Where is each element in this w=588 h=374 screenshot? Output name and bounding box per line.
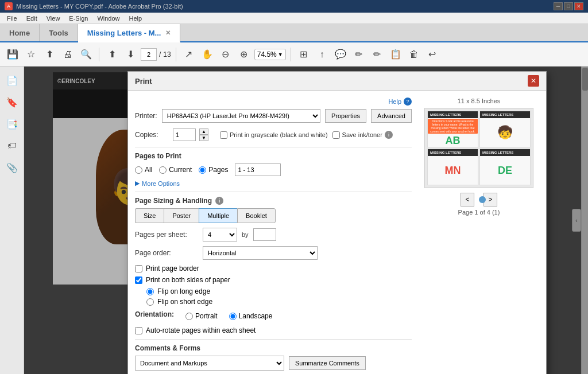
search-btn[interactable]: 🔍 [78,46,94,63]
landscape-radio[interactable] [229,313,237,320]
flip-options: Flip on long edge Flip on short edge [135,287,412,306]
comments-section: Comments & Forms Document and MarkupsDoc… [135,344,412,371]
order-select[interactable]: HorizontalHorizontal ReversedVerticalVer… [203,246,318,260]
main-area: 📄 🔖 📑 🏷 📎 ©ERINCOLEY 👦 ‹ [0,67,588,374]
pages-per-sheet-row: Pages per sheet: 4 by [135,228,412,241]
sizing-info-icon: i [215,197,223,205]
sidebar-tags-btn[interactable]: 🏷 [3,137,21,155]
help-link[interactable]: Help ? [388,98,412,106]
sizing-title: Page Sizing & Handling i [135,197,412,205]
share-btn[interactable]: ↑ [314,46,330,63]
save-ink-info-icon: i [385,131,393,139]
window-title: Missing Letters - MY COPY.pdf - Adobe Ac… [16,3,550,10]
preview-page-info: Page 1 of 4 (1) [458,209,500,216]
printer-select[interactable]: HP68A4E3 (HP LaserJet Pro M428f-M429f) [162,109,320,123]
tab-bar: Home Tools Missing Letters - M... ✕ [0,24,588,42]
grayscale-checkbox[interactable] [220,131,227,139]
save-ink-checkbox[interactable] [332,131,340,139]
tab-tools[interactable]: Tools [40,24,78,41]
page-order-row: Page order: HorizontalHorizontal Reverse… [135,246,412,260]
copies-spinner[interactable]: ▲ ▼ [199,128,208,141]
flip-short-radio[interactable] [146,298,154,306]
menu-file[interactable]: File [2,14,22,23]
tab-home[interactable]: Home [0,24,40,41]
next-page-btn[interactable]: ⬇ [122,46,138,63]
flip-long-radio[interactable] [146,288,154,295]
pages-section: Pages to Print All Current [135,152,412,187]
zoom-out-btn[interactable]: ⊖ [218,46,234,63]
comments-select[interactable]: Document and MarkupsDocumentForm Fields … [135,356,284,371]
select-tool-btn[interactable]: ↗ [181,46,197,63]
sidebar-attach-btn[interactable]: 📎 [3,158,21,177]
advanced-btn[interactable]: Advanced [371,109,412,123]
printer-label: Printer: [135,112,157,120]
page-nav: / 13 [141,48,171,61]
menu-window[interactable]: Window [92,14,124,23]
slider-thumb[interactable] [479,196,486,203]
window-controls[interactable]: ─ □ ✕ [554,2,583,10]
page-input[interactable] [141,48,157,61]
pages-title: Pages to Print [135,152,412,160]
properties-btn[interactable]: Properties [325,109,366,123]
prev-preview-btn[interactable]: < [461,193,474,207]
dialog-close-btn[interactable]: ✕ [528,75,539,87]
sizing-buttons: Size Poster Multiple Booklet [135,208,412,223]
stamp-btn[interactable]: 📋 [388,46,404,63]
current-radio[interactable] [159,166,167,174]
more-options-triangle: ▶ [135,180,140,187]
maximize-btn[interactable]: □ [564,2,573,10]
orientation-title: Orientation: [135,310,181,318]
by-input[interactable] [253,228,276,241]
multiple-btn[interactable]: Multiple [199,208,237,223]
portrait-radio[interactable] [185,313,193,320]
bookmark-btn[interactable]: ☆ [23,46,39,63]
comments-title: Comments & Forms [135,344,412,352]
minimize-btn[interactable]: ─ [554,2,563,10]
copies-input[interactable] [173,128,196,141]
hand-tool-btn[interactable]: ✋ [199,46,215,63]
delete-btn[interactable]: 🗑 [406,46,422,63]
tab-close-icon[interactable]: ✕ [165,29,171,37]
tab-document[interactable]: Missing Letters - M... ✕ [78,24,181,42]
booklet-btn[interactable]: Booklet [237,208,276,223]
copies-up-btn[interactable]: ▲ [199,128,208,135]
all-radio[interactable] [135,166,142,174]
highlight-btn[interactable]: ✏ [369,46,385,63]
comment-btn[interactable]: 💬 [332,46,349,63]
both-sides-checkbox[interactable] [135,276,142,284]
draw-btn[interactable]: ✏ [351,46,367,63]
sidebar-nav-btn[interactable]: 📄 [3,71,21,89]
print-btn[interactable]: 🖨 [60,46,76,63]
content-area: ©ERINCOLEY 👦 ‹ Print ✕ [24,67,588,374]
upload-btn[interactable]: ⬆ [41,46,57,63]
pages-radio[interactable] [199,166,206,174]
copies-right: Print in grayscale (black and white) Sav… [220,131,393,139]
copies-down-btn[interactable]: ▼ [199,135,208,141]
divider2 [135,192,412,192]
close-btn[interactable]: ✕ [574,2,583,10]
menu-edit[interactable]: Edit [22,14,42,23]
sidebar-layers-btn[interactable]: 📑 [3,115,21,133]
sep2 [176,48,176,61]
grid-btn[interactable]: ⊞ [296,46,312,63]
zoom-dropdown-icon[interactable]: ▼ [278,52,283,57]
zoom-in-btn[interactable]: ⊕ [236,46,252,63]
menu-help[interactable]: Help [125,14,147,23]
poster-btn[interactable]: Poster [164,208,199,223]
summarize-btn[interactable]: Summarize Comments [289,356,366,370]
prev-page-btn[interactable]: ⬆ [104,46,120,63]
menu-esign[interactable]: E-Sign [64,14,92,23]
more-options-link[interactable]: ▶ More Options [135,180,412,187]
border-checkbox[interactable] [135,265,142,272]
menu-view[interactable]: View [42,14,65,23]
sep1 [99,48,99,61]
divider3 [135,339,412,340]
auto-rotate-checkbox[interactable] [135,327,142,334]
undo-btn[interactable]: ↩ [424,46,440,63]
pps-select[interactable]: 4 [203,228,237,241]
zoom-control[interactable]: 74.5% ▼ [254,49,286,60]
pages-input[interactable] [235,163,281,176]
sidebar-bookmark-btn[interactable]: 🔖 [3,93,21,111]
size-btn[interactable]: Size [135,208,164,223]
save-btn[interactable]: 💾 [5,46,21,63]
